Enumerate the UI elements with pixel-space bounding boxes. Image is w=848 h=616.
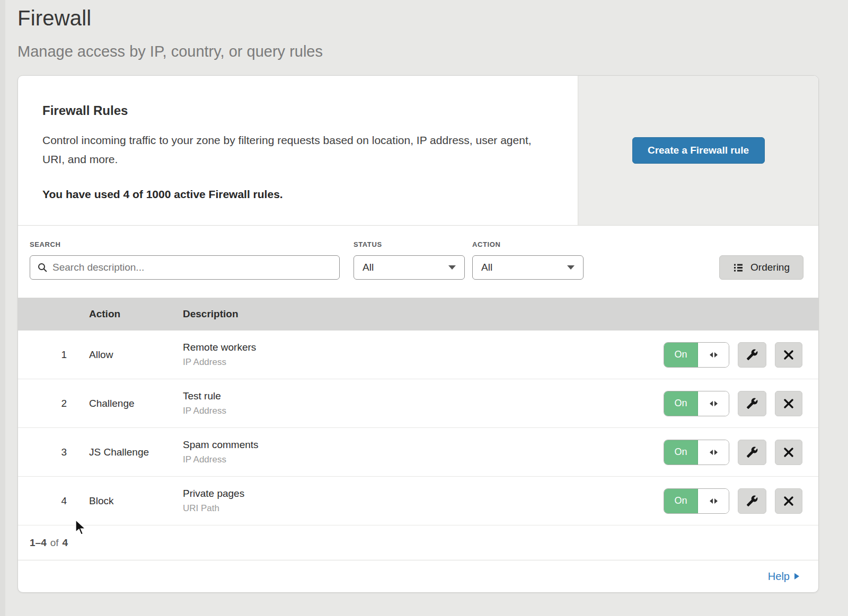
search-input[interactable] xyxy=(52,262,332,273)
rule-description: Remote workers xyxy=(183,342,664,353)
action-filter-group: ACTION All xyxy=(472,240,584,280)
toggle-on-segment[interactable]: On xyxy=(664,440,698,465)
page-title: Firewall xyxy=(17,6,848,30)
overview-heading: Firewall Rules xyxy=(42,103,546,118)
pagination-of: of xyxy=(50,537,59,549)
create-firewall-rule-button[interactable]: Create a Firewall rule xyxy=(632,137,765,164)
rule-match-field: IP Address xyxy=(183,454,664,465)
rule-priority: 2 xyxy=(18,398,89,409)
close-icon xyxy=(783,496,794,506)
rule-match-field: IP Address xyxy=(183,357,664,368)
rule-controls: On xyxy=(664,440,818,465)
edit-rule-button[interactable] xyxy=(738,488,766,514)
toggle-arrows-segment[interactable] xyxy=(698,440,729,465)
ordering-button-label: Ordering xyxy=(750,262,790,273)
rule-match-field: URI Path xyxy=(183,503,664,514)
overview-usage-count: You have used 4 of 1000 active Firewall … xyxy=(42,188,546,201)
rule-priority: 3 xyxy=(18,447,89,458)
action-column-header: Action xyxy=(89,308,183,320)
rule-action: Allow xyxy=(89,349,183,361)
arrow-right-icon xyxy=(794,573,799,579)
page-subtitle: Manage access by IP, country, or query r… xyxy=(17,43,848,60)
table-row: 1 Allow Remote workers IP Address On xyxy=(18,331,818,379)
rule-match-field: IP Address xyxy=(183,406,664,416)
page-header: Firewall Manage access by IP, country, o… xyxy=(0,0,848,60)
wrench-icon xyxy=(746,495,758,507)
status-filter-group: STATUS All xyxy=(354,240,465,280)
help-link-label: Help xyxy=(768,570,790,583)
arrow-right-icon xyxy=(714,352,718,358)
rule-enabled-toggle[interactable]: On xyxy=(664,391,729,416)
rule-controls: On xyxy=(664,342,818,368)
delete-rule-button[interactable] xyxy=(775,342,802,368)
rule-priority: 1 xyxy=(18,349,89,361)
pagination-range: 1–4 xyxy=(30,537,47,549)
edit-rule-button[interactable] xyxy=(738,342,766,368)
close-icon xyxy=(783,398,794,409)
arrow-right-icon xyxy=(714,401,718,406)
search-box[interactable] xyxy=(30,255,340,280)
pagination-total: 4 xyxy=(63,537,68,549)
chevron-down-icon xyxy=(448,265,456,270)
rule-description-cell: Remote workers IP Address xyxy=(183,342,664,368)
delete-rule-button[interactable] xyxy=(775,440,802,465)
chevron-down-icon xyxy=(567,265,575,270)
table-header: Action Description xyxy=(18,298,818,331)
action-select[interactable]: All xyxy=(472,255,584,280)
arrow-left-icon xyxy=(710,401,713,406)
arrow-left-icon xyxy=(710,352,713,358)
arrow-left-icon xyxy=(710,498,713,504)
toggle-on-segment[interactable]: On xyxy=(664,489,698,513)
rule-controls: On xyxy=(664,391,818,416)
status-label: STATUS xyxy=(354,240,465,248)
firewall-rules-card: Firewall Rules Control incoming traffic … xyxy=(17,75,819,593)
ordering-button[interactable]: Ordering xyxy=(719,255,803,280)
list-ordering-icon xyxy=(733,262,744,273)
rule-description: Private pages xyxy=(183,488,664,499)
wrench-icon xyxy=(746,398,758,409)
overview-section: Firewall Rules Control incoming traffic … xyxy=(18,76,818,226)
help-link[interactable]: Help xyxy=(768,570,799,583)
description-column-header: Description xyxy=(183,308,818,320)
table-row: 2 Challenge Test rule IP Address On xyxy=(18,379,818,428)
toggle-on-segment[interactable]: On xyxy=(664,343,698,367)
toggle-arrows-segment[interactable] xyxy=(698,343,729,367)
rule-description: Spam comments xyxy=(183,439,664,451)
close-icon xyxy=(783,350,794,360)
toggle-arrows-segment[interactable] xyxy=(698,391,729,416)
filters-bar: SEARCH STATUS All ACTION All xyxy=(18,226,818,298)
edit-rule-button[interactable] xyxy=(738,440,766,465)
rule-enabled-toggle[interactable]: On xyxy=(664,342,729,368)
rule-enabled-toggle[interactable]: On xyxy=(664,488,729,514)
help-footer: Help xyxy=(18,560,818,592)
overview-description: Control incoming traffic to your zone by… xyxy=(42,131,546,169)
wrench-icon xyxy=(746,447,758,458)
page-left-edge xyxy=(0,0,5,616)
rule-priority: 4 xyxy=(18,495,89,507)
arrow-left-icon xyxy=(710,450,713,455)
rule-action: JS Challenge xyxy=(89,447,183,458)
rule-action: Block xyxy=(89,495,183,507)
action-label: ACTION xyxy=(472,240,584,248)
search-label: SEARCH xyxy=(30,240,340,248)
search-icon xyxy=(38,263,47,272)
arrow-right-icon xyxy=(714,450,718,455)
rule-controls: On xyxy=(664,488,818,514)
toggle-on-segment[interactable]: On xyxy=(664,391,698,416)
rule-description-cell: Private pages URI Path xyxy=(183,488,664,514)
delete-rule-button[interactable] xyxy=(775,391,802,416)
table-row: 3 JS Challenge Spam comments IP Address … xyxy=(18,428,818,477)
overview-action-panel: Create a Firewall rule xyxy=(578,76,818,225)
arrow-right-icon xyxy=(714,498,718,504)
status-select[interactable]: All xyxy=(354,255,465,280)
pagination-row: 1–4 of 4 xyxy=(18,525,818,560)
rule-enabled-toggle[interactable]: On xyxy=(664,440,729,465)
close-icon xyxy=(783,447,794,458)
action-select-value: All xyxy=(481,262,492,273)
wrench-icon xyxy=(746,349,758,361)
delete-rule-button[interactable] xyxy=(775,488,802,514)
toggle-arrows-segment[interactable] xyxy=(698,489,729,513)
edit-rule-button[interactable] xyxy=(738,391,766,416)
search-filter-group: SEARCH xyxy=(30,240,340,280)
rule-action: Challenge xyxy=(89,398,183,409)
